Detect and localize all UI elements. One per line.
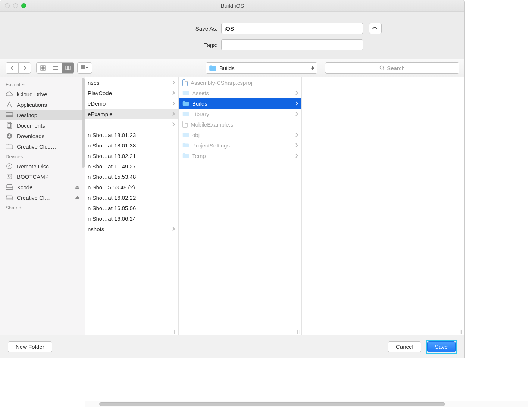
save-form: Save As: Tags: [0, 12, 464, 59]
footer: New Folder Cancel Save [0, 335, 464, 358]
list-item[interactable]: n Sho…at 18.01.23 [85, 130, 178, 140]
list-item[interactable]: nses [85, 77, 178, 88]
list-item[interactable]: n Sho…at 16.05.06 [85, 203, 178, 213]
hdd-icon [6, 173, 13, 180]
svg-line-15 [383, 69, 385, 71]
chevron-up-icon [372, 26, 378, 31]
item-label: obj [192, 132, 200, 138]
cloud-icon [6, 91, 13, 97]
svg-rect-23 [7, 174, 12, 179]
list-item[interactable]: Assets [179, 88, 301, 98]
folder-icon [6, 143, 13, 150]
column-resize-handle[interactable]: || [297, 330, 300, 334]
sidebar-item-label: BOOTCAMP [17, 174, 49, 180]
item-label: n Sho…at 16.02.22 [88, 195, 136, 201]
item-label: n Sho…at 11.49.27 [88, 163, 136, 170]
sidebar-item-favorites-1[interactable]: Applications [0, 99, 85, 110]
minimize-window-button[interactable] [13, 3, 18, 8]
item-label: Builds [192, 100, 207, 107]
column-view-button[interactable] [62, 62, 74, 74]
list-item[interactable]: Library [179, 109, 301, 119]
sidebar-item-favorites-4[interactable]: Downloads [0, 131, 85, 141]
save-button[interactable]: Save [427, 341, 456, 352]
list-item[interactable]: n Sho…at 15.53.48 [85, 171, 178, 182]
path-popup[interactable]: Builds [206, 62, 317, 74]
save-dialog-window: Build iOS Save As: Tags: [0, 0, 465, 358]
column-3[interactable]: || [302, 77, 464, 335]
item-label: eDemo [88, 100, 106, 107]
svg-rect-19 [8, 124, 12, 129]
list-item[interactable]: ProjectSettings [179, 140, 301, 150]
sidebar-item-devices-1[interactable]: BOOTCAMP [0, 171, 85, 182]
item-label: Assembly-CSharp.csproj [191, 80, 252, 86]
list-item[interactable]: obj [179, 130, 301, 140]
eject-icon[interactable]: ⏏ [75, 195, 80, 201]
chevron-right-icon [172, 227, 175, 231]
list-item[interactable]: n Sho…at 16.06.24 [85, 213, 178, 224]
list-item[interactable]: Assembly-CSharp.csproj [179, 77, 301, 88]
group-by-button[interactable] [77, 62, 92, 74]
list-item[interactable] [85, 119, 178, 130]
icon-view-button[interactable] [36, 62, 49, 74]
svg-rect-16 [6, 113, 13, 117]
eject-icon[interactable]: ⏏ [75, 184, 80, 190]
sidebar-scrollbar[interactable] [82, 78, 85, 168]
list-item[interactable]: n Sho…5.53.48 (2) [85, 182, 178, 192]
sidebar-item-label: Xcode [17, 184, 33, 190]
save-as-input[interactable] [221, 23, 363, 34]
cancel-button[interactable]: Cancel [388, 341, 421, 352]
sidebar-item-favorites-3[interactable]: Documents [0, 120, 85, 131]
new-folder-button[interactable]: New Folder [8, 341, 52, 352]
toolbar: Builds Search [0, 59, 464, 77]
sidebar-item-favorites-0[interactable]: iCloud Drive [0, 89, 85, 99]
svg-rect-1 [43, 66, 45, 68]
list-item[interactable]: n Sho…at 16.02.22 [85, 192, 178, 203]
svg-point-24 [8, 175, 10, 177]
column-1[interactable]: nsesPlayCodeeDemoeExamplen Sho…at 18.01.… [85, 77, 179, 335]
search-placeholder: Search [387, 65, 405, 71]
column-resize-handle[interactable]: || [460, 330, 463, 334]
back-button[interactable] [6, 62, 18, 74]
sidebar: Favorites iCloud DriveApplicationsDeskto… [0, 77, 85, 335]
folder-icon [182, 132, 189, 137]
list-item[interactable]: n Sho…at 18.01.38 [85, 140, 178, 150]
chevron-right-icon [172, 101, 175, 106]
folder-icon [182, 101, 189, 106]
sidebar-item-label: Creative Clou… [17, 143, 56, 150]
svg-rect-12 [81, 67, 83, 69]
list-item[interactable]: eDemo [85, 98, 178, 109]
svg-rect-7 [66, 66, 67, 70]
column-resize-handle[interactable]: || [174, 330, 177, 334]
list-item[interactable]: n Sho…at 11.49.27 [85, 161, 178, 171]
search-field[interactable]: Search [325, 62, 459, 74]
list-item[interactable]: n Sho…at 18.02.21 [85, 150, 178, 161]
item-label: eExample [88, 111, 113, 117]
column-2[interactable]: Assembly-CSharp.csprojAssetsBuildsLibrar… [179, 77, 302, 335]
zoom-window-button[interactable] [21, 3, 26, 8]
list-item[interactable]: eExample [85, 109, 178, 119]
list-view-button[interactable] [49, 62, 62, 74]
list-item[interactable]: Builds [179, 98, 301, 109]
item-label: n Sho…at 16.06.24 [88, 215, 136, 222]
collapse-button[interactable] [369, 23, 382, 34]
sidebar-item-devices-0[interactable]: Remote Disc [0, 161, 85, 171]
sidebar-item-label: Remote Disc [17, 163, 49, 170]
list-item[interactable]: nshots [85, 224, 178, 234]
sidebar-item-devices-3[interactable]: Creative Cl…⏏ [0, 192, 85, 203]
svg-rect-8 [67, 66, 69, 70]
sidebar-item-label: Desktop [17, 112, 37, 118]
folder-icon [182, 111, 189, 116]
sidebar-item-devices-2[interactable]: Xcode⏏ [0, 182, 85, 192]
sidebar-item-favorites-5[interactable]: Creative Clou… [0, 141, 85, 152]
folder-icon [182, 90, 189, 96]
tags-input[interactable] [221, 39, 363, 50]
forward-button[interactable] [18, 62, 31, 74]
titlebar[interactable]: Build iOS [0, 0, 464, 12]
list-item[interactable]: Temp [179, 150, 301, 161]
sidebar-item-favorites-2[interactable]: Desktop [0, 110, 85, 120]
svg-rect-3 [43, 68, 45, 70]
close-window-button[interactable] [5, 3, 10, 8]
svg-rect-9 [69, 66, 71, 70]
list-item[interactable]: MobileExample.sln [179, 119, 301, 130]
list-item[interactable]: PlayCode [85, 88, 178, 98]
